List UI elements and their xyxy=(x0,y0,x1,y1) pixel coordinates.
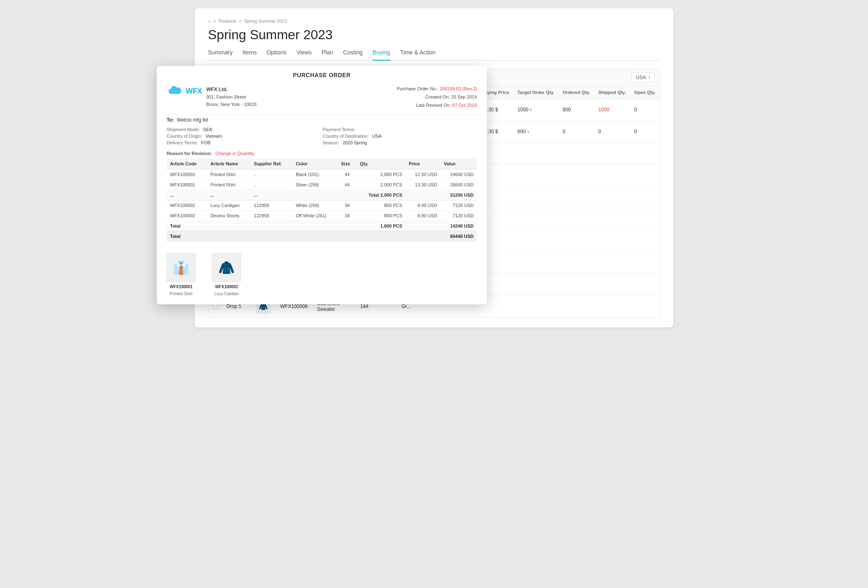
po-total-ref: ... xyxy=(250,190,292,200)
col-header-ordered-qty: Ordered Qty. xyxy=(559,86,594,99)
tab-buying[interactable]: Buying xyxy=(373,49,390,61)
cell-open-qty xyxy=(630,296,660,318)
po-table-row: WFX100001 Printed Shirt .. Black (101) 4… xyxy=(167,169,477,180)
po-total-value: 51200 USD xyxy=(441,190,477,200)
po-cell-value: 7120 USD xyxy=(441,200,477,211)
po-payment-label: Payment Terms: xyxy=(323,127,355,132)
po-detail-payment: Payment Terms: xyxy=(323,127,477,132)
breadcrumb-products[interactable]: Products xyxy=(219,19,236,24)
cell-ordered-qty xyxy=(559,165,594,186)
po-cell-ref: 122958 xyxy=(250,211,292,221)
cell-ordered-qty xyxy=(559,230,594,252)
po-image-item: 🧥 WFX100002 Lucy Cardian xyxy=(212,253,241,296)
purchase-order-overlay: PURCHASE ORDER WFX WFX Ltd. 001, Fashion… xyxy=(157,66,487,304)
po-created-value: 20 Sep 2019 xyxy=(451,94,477,99)
cell-open-qty xyxy=(630,186,660,208)
po-image-name: Printed Shirt xyxy=(170,292,192,296)
po-details: Shipment Mode: SEA Payment Terms: Countr… xyxy=(157,125,487,148)
po-subtotal-qty: 1,600 PCS xyxy=(357,221,406,231)
po-cell-size: 34 xyxy=(337,211,356,221)
cell-shipped-qty xyxy=(594,165,630,186)
po-total-price xyxy=(406,190,441,200)
tab-plan[interactable]: Plan xyxy=(321,49,333,61)
po-col-qty: Qty. xyxy=(357,158,406,169)
po-table-row: Total 1,600 PCS 14240 USD xyxy=(167,221,477,231)
cell-target-qty xyxy=(513,143,558,165)
cell-ordered-qty xyxy=(559,186,594,208)
po-table-row: WFX100002 Lucy Cardigan 122958 White (25… xyxy=(167,200,477,211)
po-shipment-value: SEA xyxy=(203,127,212,132)
company-address1: 001, Fashion Street xyxy=(206,94,257,101)
po-col-name: Article Name xyxy=(207,158,250,169)
po-cell-color: Off White (261) xyxy=(292,211,338,221)
cell-target-qty xyxy=(513,296,558,318)
po-cell-color: Silver (258) xyxy=(292,180,338,190)
expand-arrow-icon[interactable]: › xyxy=(530,107,532,113)
wfx-logo: WFX xyxy=(167,85,202,97)
tab-summary[interactable]: Summary xyxy=(208,49,233,61)
po-images: 👔 WFX100001 Printed Shirt 🧥 WFX100002 Lu… xyxy=(157,247,487,304)
cell-shipped-qty xyxy=(594,252,630,274)
po-cell-code: WFX100002 xyxy=(167,211,207,221)
po-image-thumb: 🧥 xyxy=(212,253,241,282)
po-grandtotal-empty xyxy=(406,231,441,242)
cell-open-qty xyxy=(630,208,660,230)
home-icon[interactable]: ⌂ xyxy=(208,18,211,24)
po-grandtotal-qty xyxy=(357,231,406,242)
po-season-value: 2020 Spring xyxy=(342,140,367,145)
tab-views[interactable]: Views xyxy=(296,49,311,61)
cell-shipped-qty xyxy=(594,274,630,296)
po-to: To: Welcio mfg ltd xyxy=(157,115,487,125)
po-table-wrapper: Article Code Article Name Supplier Ref. … xyxy=(157,158,487,247)
po-revision: Reason for Revision: Change in Quantity xyxy=(157,148,487,158)
cell-target-qty xyxy=(513,252,558,274)
tab-time-action[interactable]: Time & Action xyxy=(400,49,436,61)
cell-shipped-qty xyxy=(594,230,630,252)
po-total-code: ... xyxy=(167,190,207,200)
cell-open-qty xyxy=(630,165,660,186)
tab-costing[interactable]: Costing xyxy=(343,49,363,61)
company-address2: Bronx, New York - 10020 xyxy=(206,101,257,108)
po-detail-delivery: Delivery Terms: FOB xyxy=(167,140,321,145)
po-cell-qty: 2,000 PCS xyxy=(357,180,406,190)
po-created-label: Created On: xyxy=(425,94,450,99)
po-grandtotal-label: Total xyxy=(167,231,357,242)
tab-items[interactable]: Items xyxy=(243,49,257,61)
po-image-item: 👔 WFX100001 Printed Shirt xyxy=(167,253,196,296)
cell-target-qty xyxy=(513,186,558,208)
company-info: WFX Ltd. 001, Fashion Street Bronx, New … xyxy=(206,86,257,108)
cell-shipped-qty xyxy=(594,296,630,318)
po-cell-ref: .. xyxy=(250,180,292,190)
po-table-row: Total 65440 USD xyxy=(167,231,477,242)
po-detail-shipment: Shipment Mode: SEA xyxy=(167,127,321,132)
po-table-row: ... ... ... Total 2,000 PCS 51200 USD xyxy=(167,190,477,200)
po-cell-qty: 800 PCS xyxy=(357,211,406,221)
po-total-qty: Total 2,000 PCS xyxy=(357,190,406,200)
col-header-shipped-qty: Shipped Qty. xyxy=(594,86,630,99)
po-table-row: WFX100001 Printed Shirt .. Silver (258) … xyxy=(167,180,477,190)
filter-chevron: › xyxy=(649,75,650,80)
po-season-label: Season: xyxy=(323,140,339,145)
tab-options[interactable]: Options xyxy=(267,49,286,61)
row-checkbox[interactable] xyxy=(212,303,218,309)
cell-ordered-qty xyxy=(559,208,594,230)
filter-badge[interactable]: USA › xyxy=(631,73,655,82)
expand-arrow-icon[interactable]: › xyxy=(527,129,529,134)
cell-target-qty xyxy=(513,208,558,230)
po-delivery-value: FOB xyxy=(201,140,211,145)
cell-ordered-qty: 800 xyxy=(559,99,594,121)
breadcrumb-sep1: > xyxy=(213,19,216,24)
po-shipment-label: Shipment Mode: xyxy=(167,127,200,132)
po-cell-value: 24600 USD xyxy=(441,169,477,180)
cell-target-qty: 1000 › xyxy=(513,99,558,121)
po-cell-name: Devera Shorts xyxy=(207,211,250,221)
po-cell-code: WFX100001 xyxy=(167,180,207,190)
po-cell-qty: 2,000 PCS xyxy=(357,169,406,180)
po-detail-country-dest: Country of Destination: USA xyxy=(323,134,477,139)
cell-open-qty xyxy=(630,274,660,296)
po-meta: Purchase Order No.: 200159.03 (Rev.2) Cr… xyxy=(397,85,477,109)
cell-target-qty xyxy=(513,230,558,252)
po-cell-size: 34 xyxy=(337,200,356,211)
po-col-value: Value xyxy=(441,158,477,169)
page-title: Spring Summer 2023 xyxy=(208,27,660,42)
